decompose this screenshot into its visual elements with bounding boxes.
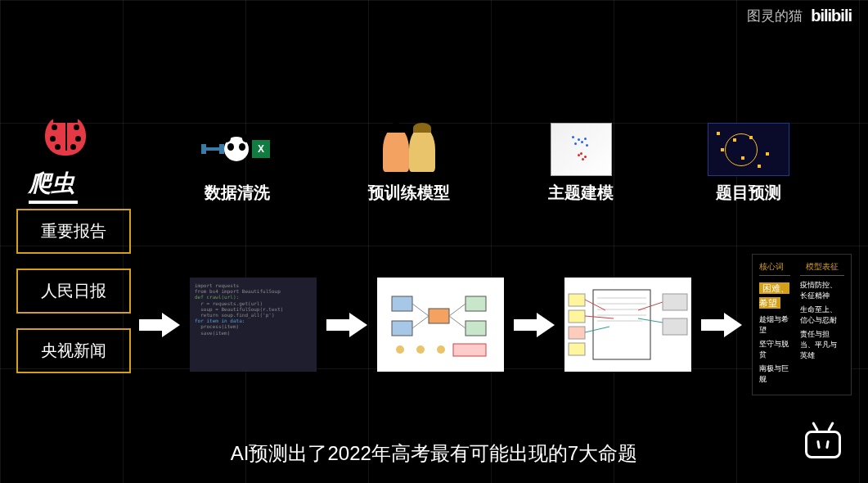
code-screenshot: import requestsfrom bs4 import Beautiful… (190, 278, 317, 372)
svg-rect-17 (569, 343, 585, 355)
svg-rect-3 (465, 296, 486, 311)
stage-label: 预训练模型 (368, 182, 450, 204)
svg-rect-4 (465, 321, 486, 336)
theme-line: 疫情防控、长征精神 (800, 280, 844, 301)
underline (29, 201, 78, 204)
stage-label: 数据清洗 (205, 182, 270, 204)
keyword-line: 坚守与脱贫 (759, 339, 790, 360)
keywords-title: 困难、希望 (759, 282, 789, 309)
stage-label: 爬虫 (29, 168, 74, 199)
source-box: 人民日报 (16, 269, 131, 314)
stage-crawler: 爬虫 (29, 106, 119, 204)
svg-rect-14 (569, 294, 585, 306)
bilibili-logo: bilibili (811, 7, 852, 25)
stage-label: 题目预测 (716, 182, 781, 204)
arrow-icon (701, 313, 742, 337)
stage-cleaning: X 数据清洗 (200, 120, 274, 204)
watermark: 图灵的猫 bilibili (747, 7, 852, 25)
svg-rect-18 (593, 290, 650, 359)
arrow-icon (514, 313, 555, 337)
svg-rect-1 (392, 321, 412, 336)
svg-rect-0 (392, 296, 412, 311)
keywords-header: 核心词 (759, 261, 790, 276)
pipeline-stages: 爬虫 X 数据清洗 预训练模型 (29, 106, 852, 204)
panda-excel-icon: X (200, 120, 274, 178)
svg-rect-16 (569, 327, 585, 339)
arrow-icon (139, 313, 180, 337)
detail-flow: import requestsfrom bs4 import Beautiful… (139, 254, 852, 395)
prediction-icon (708, 120, 789, 178)
neural-net-diagram (377, 278, 504, 372)
model-header: 模型表征 (800, 261, 844, 276)
svg-rect-15 (569, 310, 585, 323)
svg-rect-2 (429, 309, 449, 323)
svg-line-6 (412, 316, 429, 328)
keyword-line: 趁烟与希望 (759, 314, 790, 336)
stage-label: 主题建模 (548, 182, 614, 204)
svg-line-5 (412, 304, 429, 316)
muppets-icon (379, 120, 440, 178)
source-list: 重要报告 人民日报 央视新闻 (16, 209, 131, 373)
theme-line: 生命至上、信心与忍耐 (800, 305, 844, 326)
stage-pretrain: 预训练模型 (368, 120, 450, 204)
source-box: 重要报告 (16, 209, 131, 254)
watermark-text: 图灵的猫 (747, 7, 803, 25)
svg-line-8 (449, 316, 465, 328)
svg-point-11 (437, 345, 445, 354)
svg-rect-30 (663, 318, 687, 335)
svg-rect-13 (453, 344, 486, 356)
svg-line-7 (449, 304, 465, 316)
keyword-line: 南极与巨舰 (759, 363, 790, 385)
stage-predict: 题目预测 (708, 120, 789, 204)
svg-rect-29 (663, 294, 687, 310)
scatter-3d-icon (544, 120, 618, 178)
prediction-output: 核心词 困难、希望 趁烟与希望 坚守与脱贫 南极与巨舰 模型表征 疫情防控、长征… (752, 254, 852, 395)
source-box: 央视新闻 (16, 328, 131, 373)
svg-point-10 (416, 345, 425, 354)
bilibili-tv-icon[interactable] (803, 422, 843, 458)
stage-topic: 主题建模 (544, 120, 618, 204)
arrow-icon (326, 313, 367, 337)
ladybug-icon (29, 106, 102, 164)
subtitle-caption: AI预测出了2022年高考最有可能出现的7大命题 (0, 440, 868, 467)
theme-line: 责任与担当、平凡与英雄 (800, 329, 844, 361)
svg-point-9 (396, 345, 404, 354)
topic-model-diagram (564, 278, 691, 372)
